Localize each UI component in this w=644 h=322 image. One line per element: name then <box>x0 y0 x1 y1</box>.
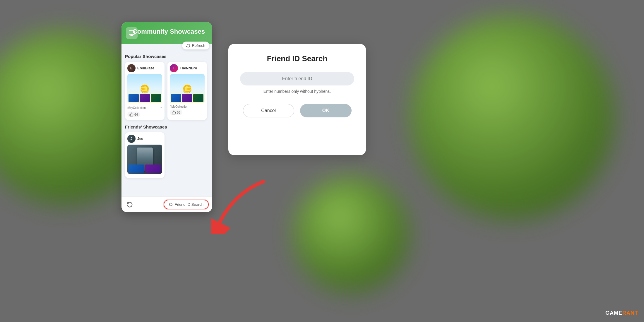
input-hint: Enter numbers only without hyphens. <box>263 89 331 94</box>
red-arrow-container <box>211 176 269 234</box>
panel-content: Popular Showcases E ErenBlaze 🪙 <box>121 44 212 208</box>
friends-showcases-row: J Jeo <box>125 132 209 178</box>
svg-point-1 <box>169 203 172 205</box>
avatar-thennbro: T <box>170 64 178 72</box>
card-tag-thennbro: #MyCollection <box>170 105 188 108</box>
like-area-erenblaze: 64 <box>127 112 140 117</box>
gamerant-rant: RANT <box>622 310 638 316</box>
friend-id-search-button[interactable]: Friend ID Search <box>164 200 209 209</box>
card-user-erenblaze: E ErenBlaze <box>127 64 162 72</box>
modal-buttons: Cancel OK <box>240 104 354 117</box>
coin-icon: 🪙 <box>140 84 150 94</box>
like-area-thennbro: 56 <box>170 109 182 115</box>
card-user-thennbro: T TheNNBro <box>170 64 205 72</box>
showcases-row: E ErenBlaze 🪙 #MyCollection <box>125 62 209 120</box>
meowth-bg-2: 🪙 <box>170 74 205 103</box>
community-showcases-panel: Community Showcases Refresh Popular Show… <box>121 22 212 212</box>
card-image-jeo <box>127 145 162 174</box>
back-button[interactable] <box>125 200 134 209</box>
refresh-label: Refresh <box>192 43 205 48</box>
card-footer-thennbro: #MyCollection <box>170 105 205 108</box>
mini-cards-row-2 <box>171 94 203 102</box>
gamerant-logo: GAMERANT <box>605 310 638 316</box>
like-count-erenblaze: 64 <box>134 113 138 116</box>
modal-box: Friend ID Search Enter numbers only with… <box>228 44 366 155</box>
mini-card-3 <box>151 94 161 102</box>
showcase-card-thennbro: T TheNNBro 🪙 #MyCollection <box>167 62 207 120</box>
showcase-card-jeo: J Jeo <box>125 132 165 178</box>
friends-showcases-title: Friends' Showcases <box>125 124 209 129</box>
mini-card-1 <box>129 94 139 102</box>
mini-card-t3 <box>193 94 203 102</box>
coin-icon-2: 🪙 <box>182 84 192 94</box>
card-footer-erenblaze: #MyCollection ··· <box>127 105 162 110</box>
friend-id-modal: Friend ID Search Enter numbers only with… <box>228 44 366 155</box>
modal-cancel-button[interactable]: Cancel <box>243 104 294 117</box>
friend-id-search-label: Friend ID Search <box>175 202 203 207</box>
avatar-erenblaze: E <box>127 64 136 72</box>
showcase-card-erenblaze: E ErenBlaze 🪙 #MyCollection <box>125 62 165 120</box>
friends-section: Friends' Showcases J Jeo <box>125 124 209 178</box>
panel-title: Community Showcases <box>127 28 206 35</box>
card-image-erenblaze: 🪙 <box>127 74 162 103</box>
panel-header: Community Showcases Refresh <box>121 22 212 44</box>
meowth-bg: 🪙 <box>127 74 162 103</box>
svg-rect-0 <box>129 31 134 35</box>
mini-card-2 <box>140 94 150 102</box>
modal-title: Friend ID Search <box>267 54 328 63</box>
username-erenblaze: ErenBlaze <box>137 66 154 70</box>
mini-cards-jeo <box>129 165 161 173</box>
more-options-btn[interactable]: ··· <box>158 105 162 110</box>
card-user-jeo: J Jeo <box>127 135 162 143</box>
bg-ball-right <box>410 15 615 220</box>
username-jeo: Jeo <box>137 137 143 141</box>
popular-showcases-title: Popular Showcases <box>125 54 209 59</box>
refresh-button[interactable]: Refresh <box>182 42 209 49</box>
mini-card-j2 <box>145 165 161 173</box>
red-arrow <box>211 176 275 234</box>
card-image-thennbro: 🪙 <box>170 74 205 103</box>
panel-header-icon <box>126 27 138 39</box>
gamerant-game: GAME <box>605 310 622 316</box>
panel-title-text: Community Showcases <box>127 28 205 35</box>
modal-ok-button[interactable]: OK <box>300 104 352 117</box>
mini-cards-row <box>129 94 161 102</box>
card-tag-erenblaze: #MyCollection <box>127 106 146 109</box>
friend-id-input[interactable] <box>240 72 354 85</box>
bg-ball-right2 <box>293 176 410 293</box>
avatar-jeo: J <box>127 135 136 143</box>
mini-card-t2 <box>182 94 192 102</box>
like-count-thennbro: 56 <box>177 111 180 114</box>
panel-bottom-bar: Friend ID Search <box>121 196 212 212</box>
mini-card-t1 <box>171 94 181 102</box>
mini-card-j1 <box>129 165 144 173</box>
username-thennbro: TheNNBro <box>180 66 197 70</box>
